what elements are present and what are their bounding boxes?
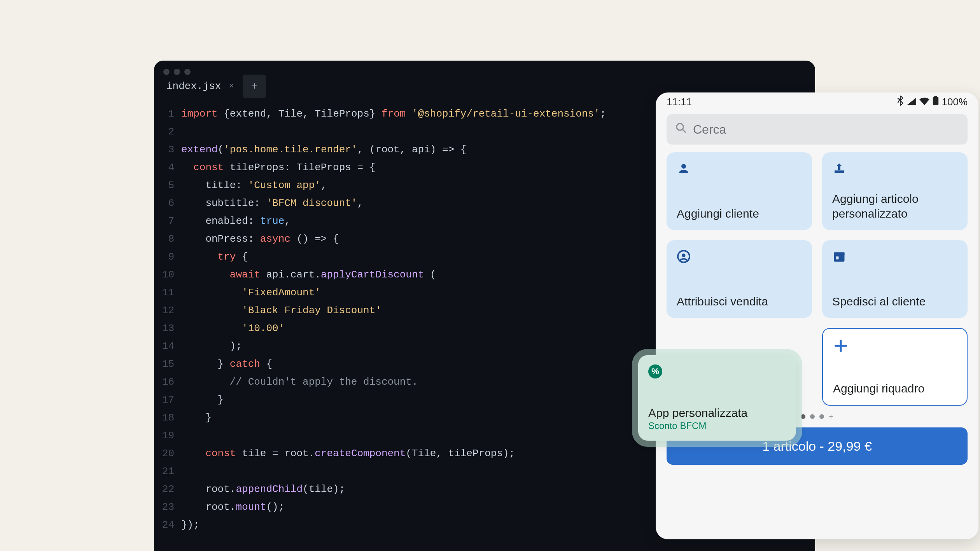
window-close-dot[interactable] xyxy=(163,69,170,75)
search-icon xyxy=(675,122,687,137)
custom-tile-subtitle: Sconto BFCM xyxy=(648,420,786,431)
checkout-label: 1 articolo - 29,99 € xyxy=(762,439,872,454)
status-bar: 11:11 100% xyxy=(656,92,978,111)
cellular-icon xyxy=(907,96,916,108)
window-maximize-dot[interactable] xyxy=(184,69,191,75)
tab-label: index.jsx xyxy=(166,80,221,92)
tile-label: Attribuisci vendita xyxy=(677,294,802,309)
tile-add-customer[interactable]: Aggiungi cliente xyxy=(667,152,812,230)
page-dot-3[interactable] xyxy=(819,414,824,419)
page-dot-1[interactable] xyxy=(801,414,805,419)
upload-icon xyxy=(832,162,957,177)
search-placeholder: Cerca xyxy=(693,122,726,137)
svg-rect-7 xyxy=(834,253,845,256)
user-circle-icon xyxy=(677,249,802,265)
tile-custom-app[interactable]: % App personalizzata Sconto BFCM xyxy=(638,355,796,441)
search-input[interactable]: Cerca xyxy=(667,114,968,145)
line-gutter: 1 2 3 4 5 6 7 8 9 10 11 12 13 14 15 16 1… xyxy=(154,105,181,534)
plus-icon xyxy=(833,338,957,354)
tile-label: Aggiungi articolo personalizzato xyxy=(832,192,957,221)
add-page-icon[interactable]: + xyxy=(829,414,833,419)
svg-point-5 xyxy=(682,254,686,257)
page-dot-2[interactable] xyxy=(810,414,815,419)
tile-label: Spedisci al cliente xyxy=(832,294,957,309)
calendar-icon xyxy=(832,249,957,265)
wifi-icon xyxy=(919,96,929,108)
new-tab-button[interactable]: + xyxy=(243,75,266,98)
close-icon[interactable]: × xyxy=(229,82,234,91)
window-titlebar xyxy=(154,61,815,75)
discount-badge-icon: % xyxy=(648,364,662,378)
custom-tile-title: App personalizzata xyxy=(648,406,786,420)
window-minimize-dot[interactable] xyxy=(174,69,180,75)
battery-percent: 100% xyxy=(942,96,968,108)
tile-attribute-sale[interactable]: Attribuisci vendita xyxy=(667,240,812,318)
svg-point-3 xyxy=(681,164,686,169)
tile-label: Aggiungi riquadro xyxy=(833,381,957,396)
bluetooth-icon xyxy=(897,96,904,108)
tile-add-tile[interactable]: Aggiungi riquadro xyxy=(822,328,968,406)
tile-ship-customer[interactable]: Spedisci al cliente xyxy=(822,240,968,318)
code-content[interactable]: import {extend, Tile, TileProps} from '@… xyxy=(181,105,606,534)
svg-rect-8 xyxy=(836,256,839,260)
status-time: 11:11 xyxy=(667,96,692,108)
status-icons: 100% xyxy=(897,96,968,108)
tile-custom-item[interactable]: Aggiungi articolo personalizzato xyxy=(822,152,968,230)
battery-icon xyxy=(933,96,939,108)
tile-label: Aggiungi cliente xyxy=(677,206,802,221)
svg-rect-0 xyxy=(933,97,938,105)
phone-mockup: 11:11 100% Cerca xyxy=(656,92,978,539)
svg-rect-1 xyxy=(934,96,937,98)
tab-index-jsx[interactable]: index.jsx × xyxy=(159,75,241,98)
person-icon xyxy=(677,162,802,177)
